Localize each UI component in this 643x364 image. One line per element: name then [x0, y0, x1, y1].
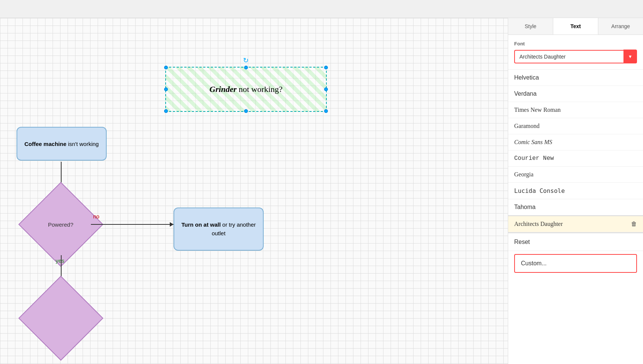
right-panel: Style Text Arrange Font ▼ Helvetica Verd…: [508, 18, 643, 364]
handle-br[interactable]: [324, 109, 328, 113]
font-dropdown-button[interactable]: ▼: [623, 50, 637, 63]
font-list: Helvetica Verdana Times New Roman Garamo…: [508, 69, 643, 276]
main-area: Coffee machine isn't working Powered? no…: [0, 18, 643, 364]
diamond-label: Powered?: [48, 221, 74, 227]
font-input-field[interactable]: [514, 50, 623, 63]
handle-tr[interactable]: [324, 66, 328, 69]
node-diamond-bottom[interactable]: [18, 276, 103, 361]
delete-font-icon[interactable]: 🗑: [631, 221, 637, 227]
app-tab-bar: [0, 0, 643, 18]
panel-tabs: Style Text Arrange: [508, 18, 643, 35]
grinder-text: Grinder not working?: [210, 84, 282, 94]
node-turn-on-wall[interactable]: Turn on at wall or try another outlet: [174, 208, 264, 251]
coffee-rest-text: isn't working: [66, 141, 99, 147]
coffee-bold-text: Coffee machine: [24, 141, 66, 147]
grinder-rest-text: not working?: [237, 84, 282, 94]
no-label: no: [93, 213, 100, 220]
rotate-handle[interactable]: ↻: [243, 56, 250, 63]
handle-ml[interactable]: [164, 87, 168, 91]
coffee-machine-label: Coffee machine isn't working: [24, 140, 99, 148]
font-item-lucida[interactable]: Lucida Console: [508, 183, 643, 199]
handle-bl[interactable]: [164, 109, 168, 113]
font-item-helvetica[interactable]: Helvetica: [508, 70, 643, 86]
font-item-verdana[interactable]: Verdana: [508, 86, 643, 102]
grinder-italic-text: Grinder: [210, 84, 237, 94]
tab-style[interactable]: Style: [508, 18, 553, 35]
canvas[interactable]: Coffee machine isn't working Powered? no…: [0, 18, 508, 364]
font-input-row: ▼: [514, 50, 637, 63]
turn-on-bold-text: Turn on at wall: [181, 221, 221, 228]
dropdown-arrow-icon: ▼: [628, 54, 632, 59]
handle-tc[interactable]: [244, 66, 248, 69]
handle-tl[interactable]: [164, 66, 168, 69]
font-item-garamond[interactable]: Garamond: [508, 118, 643, 134]
handle-mr[interactable]: [324, 87, 328, 91]
node-coffee-machine[interactable]: Coffee machine isn't working: [17, 127, 107, 161]
reset-button[interactable]: Reset: [508, 233, 643, 251]
arrow-no: [91, 224, 174, 225]
node-grinder[interactable]: ↻ Grinder not working?: [165, 67, 327, 112]
turn-on-label: Turn on at wall or try another outlet: [178, 221, 259, 238]
tab-text[interactable]: Text: [553, 18, 598, 35]
font-item-georgia[interactable]: Georgia: [508, 167, 643, 183]
font-item-times[interactable]: Times New Roman: [508, 102, 643, 118]
font-item-tahoma[interactable]: Tahoma: [508, 199, 643, 215]
font-section-label: Font: [514, 41, 637, 47]
custom-button[interactable]: Custom...: [514, 254, 637, 273]
handle-bc[interactable]: [244, 109, 248, 113]
font-item-architects-daughter[interactable]: Architects Daughter 🗑: [508, 216, 643, 232]
font-item-comic[interactable]: Comic Sans MS: [508, 134, 643, 150]
font-item-courier[interactable]: Courier New: [508, 150, 643, 167]
yes-label: yes: [56, 257, 64, 264]
panel-content: Font ▼: [508, 35, 643, 69]
tab-arrange[interactable]: Arrange: [598, 18, 643, 35]
